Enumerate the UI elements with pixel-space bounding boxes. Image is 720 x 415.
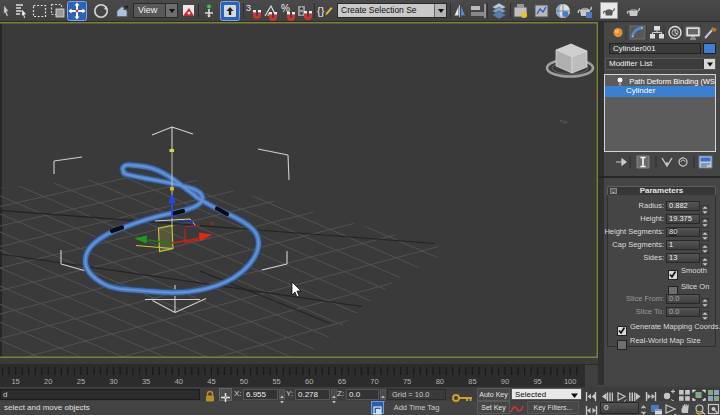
svg-text:80: 80: [436, 377, 444, 386]
svg-text:85: 85: [468, 377, 476, 386]
svg-text:3: 3: [246, 3, 251, 13]
svg-text:95: 95: [533, 377, 541, 386]
svg-text:45: 45: [207, 377, 215, 386]
svg-text:65: 65: [338, 377, 346, 386]
svg-text:50: 50: [240, 377, 248, 386]
svg-text:70: 70: [370, 377, 378, 386]
svg-text:35: 35: [142, 377, 150, 386]
svg-text:90: 90: [501, 377, 509, 386]
svg-text:15: 15: [11, 377, 19, 386]
svg-text:55: 55: [272, 377, 280, 386]
svg-text:25: 25: [77, 377, 85, 386]
svg-text:40: 40: [175, 377, 183, 386]
svg-text:60: 60: [305, 377, 313, 386]
svg-text:75: 75: [403, 377, 411, 386]
svg-text:{}: {}: [317, 5, 325, 17]
svg-text:30: 30: [109, 377, 117, 386]
svg-text:20: 20: [44, 377, 52, 386]
svg-text:100: 100: [564, 377, 577, 386]
